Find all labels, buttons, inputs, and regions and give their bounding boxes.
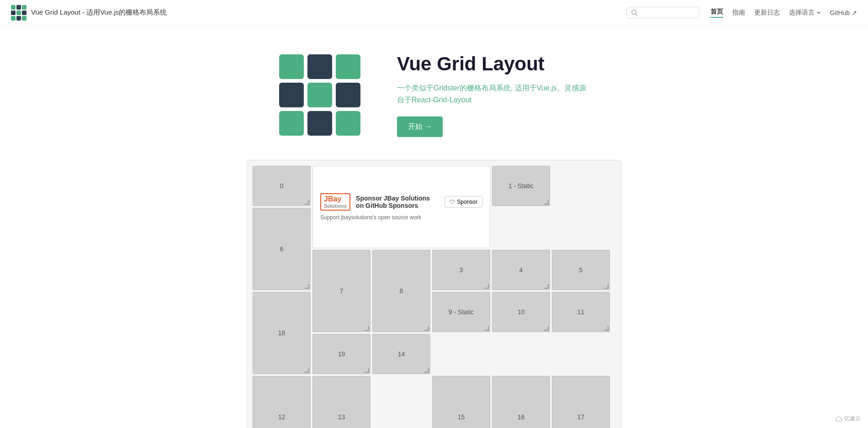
- grid-item-11[interactable]: 11: [552, 292, 610, 332]
- hero-title: Vue Grid Layout: [397, 53, 589, 75]
- sponsor-header: JBaySolutions Sponsor JBay Solutions on …: [320, 193, 482, 211]
- lang-selector[interactable]: 选择语言: [789, 9, 821, 17]
- nav-link-guide[interactable]: 指南: [732, 9, 745, 17]
- hero-logo-cell: [307, 83, 332, 107]
- grid-item-0[interactable]: 0: [253, 166, 311, 206]
- navbar: Vue Grid Layout - 适用Vue.js的栅格布局系统 首页 指南 …: [0, 0, 868, 26]
- search-icon: [631, 10, 638, 16]
- grid-item-1[interactable]: 1 - Static: [492, 166, 550, 206]
- logo-cell: [11, 11, 16, 15]
- brand: Vue Grid Layout - 适用Vue.js的栅格布局系统: [11, 5, 167, 21]
- logo-cell: [16, 16, 21, 21]
- grid-layout: 0 JBaySolutions Sponsor JBay Solutions o…: [251, 164, 617, 428]
- logo-cell: [22, 11, 26, 15]
- brand-title: Vue Grid Layout - 适用Vue.js的栅格布局系统: [31, 8, 167, 17]
- cta-button[interactable]: 开始 →: [397, 116, 443, 137]
- sponsor-item: JBaySolutions Sponsor JBay Solutions on …: [312, 166, 490, 248]
- grid-item-13[interactable]: 13: [312, 376, 370, 428]
- hero-logo-cell: [279, 54, 304, 79]
- jbay-sub: Solutions: [324, 203, 347, 209]
- logo-cell: [22, 5, 26, 10]
- grid-item-16[interactable]: 16: [492, 376, 550, 428]
- nav-link-github[interactable]: GitHub ↗: [830, 9, 857, 16]
- grid-item-17[interactable]: 17: [552, 376, 610, 428]
- brand-logo: [11, 5, 26, 21]
- svg-line-1: [635, 14, 637, 16]
- sponsor-button[interactable]: Sponsor: [445, 196, 482, 208]
- grid-item-6[interactable]: 6: [253, 208, 311, 290]
- grid-item-14[interactable]: 14: [372, 334, 430, 374]
- grid-item-7[interactable]: 7: [312, 250, 370, 332]
- logo-cell: [16, 5, 21, 10]
- hero-logo: [279, 54, 360, 136]
- logo-cell: [11, 5, 16, 10]
- hero-logo-cell: [336, 83, 360, 107]
- logo-cell: [11, 16, 16, 21]
- cloud-icon: [835, 415, 842, 423]
- grid-demo: 0 JBaySolutions Sponsor JBay Solutions o…: [247, 160, 621, 428]
- sponsor-desc: Support jbaysolutions's open source work: [320, 214, 482, 221]
- hero-section: Vue Grid Layout 一个类似于Gridster的栅格布局系统, 适用…: [0, 26, 868, 160]
- hero-description: 一个类似于Gridster的栅格布局系统, 适用于Vue.js。灵感源自于Rea…: [397, 82, 589, 106]
- nav-link-home[interactable]: 首页: [710, 8, 723, 18]
- hero-text: Vue Grid Layout 一个类似于Gridster的栅格布局系统, 适用…: [397, 53, 589, 137]
- nav-links: 首页 指南 更新日志 选择语言 GitHub ↗: [710, 8, 857, 18]
- hero-logo-cell: [336, 111, 360, 136]
- grid-item-12[interactable]: 12: [253, 376, 311, 428]
- nav-link-changelog[interactable]: 更新日志: [754, 9, 780, 17]
- jbay-logo: JBaySolutions: [320, 193, 350, 211]
- grid-item-8[interactable]: 8: [372, 250, 430, 332]
- logo-cell: [22, 16, 26, 21]
- hero-logo-cell: [279, 83, 304, 107]
- chevron-down-icon: [816, 11, 821, 15]
- grid-item-9[interactable]: 9 - Static: [432, 292, 490, 332]
- hero-logo-cell: [307, 54, 332, 79]
- grid-item-4[interactable]: 4: [492, 250, 550, 290]
- hero-logo-cell: [279, 111, 304, 136]
- search-input[interactable]: [640, 9, 694, 16]
- grid-item-3[interactable]: 3: [432, 250, 490, 290]
- heart-icon: [450, 199, 455, 205]
- logo-cell: [16, 11, 21, 15]
- grid-item-10[interactable]: 10: [492, 292, 550, 332]
- search-box[interactable]: [626, 7, 699, 18]
- watermark-text: 亿速云: [844, 415, 861, 423]
- lang-label: 选择语言: [789, 9, 815, 17]
- grid-item-15[interactable]: 15: [432, 376, 490, 428]
- sponsor-title: Sponsor JBay Solutions on GitHub Sponsor…: [356, 195, 439, 209]
- grid-item-19[interactable]: 19: [312, 334, 370, 374]
- hero-logo-cell: [307, 111, 332, 136]
- grid-item-5[interactable]: 5: [552, 250, 610, 290]
- footer-watermark: 亿速云: [835, 415, 861, 423]
- grid-item-18[interactable]: 18: [253, 292, 311, 374]
- hero-logo-cell: [336, 54, 360, 79]
